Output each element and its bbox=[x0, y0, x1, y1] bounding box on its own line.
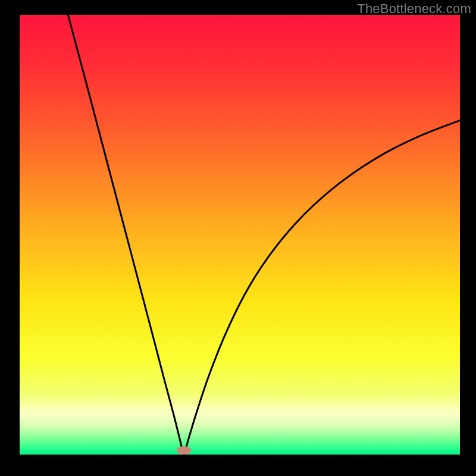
optimum-marker bbox=[175, 444, 193, 455]
chart-frame: TheBottleneck.com bbox=[0, 0, 476, 476]
svg-point-1 bbox=[177, 446, 191, 455]
bottleneck-curve bbox=[20, 15, 460, 455]
plot-area bbox=[20, 15, 460, 455]
watermark-text: TheBottleneck.com bbox=[357, 1, 471, 17]
